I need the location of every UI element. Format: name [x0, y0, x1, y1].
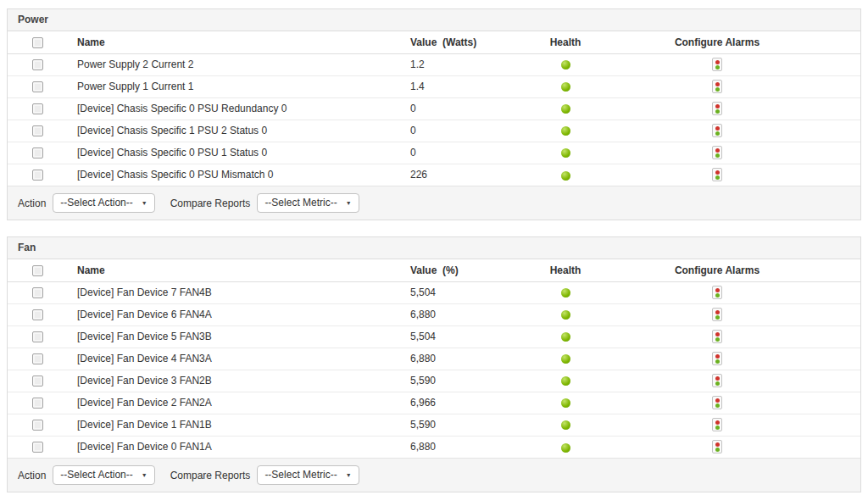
health-cell [485, 75, 646, 97]
compare-metric-select[interactable]: --Select Metric-- ▼ [257, 465, 359, 485]
configure-alarms-icon[interactable] [712, 352, 722, 365]
alarms-cell [646, 281, 788, 303]
configure-alarms-icon[interactable] [712, 286, 722, 299]
health-ok-icon [561, 288, 570, 298]
row-checkbox[interactable] [32, 331, 43, 342]
column-header-configure-alarms: Configure Alarms [646, 31, 788, 53]
row-checkbox[interactable] [32, 309, 43, 320]
row-checkbox[interactable] [32, 59, 43, 70]
metric-name: [Device] Fan Device 2 FAN2A [67, 392, 400, 414]
table-row: [Device] Fan Device 6 FAN4A 6,880 [8, 303, 860, 325]
table-row: [Device] Fan Device 1 FAN1B 5,590 [8, 414, 860, 436]
row-checkbox[interactable] [32, 287, 43, 298]
health-cell [485, 325, 646, 348]
alarm-green-dot [715, 403, 720, 408]
row-checkbox[interactable] [32, 420, 43, 431]
alarm-red-dot [715, 170, 720, 175]
alarm-red-dot [715, 288, 720, 292]
configure-alarms-icon[interactable] [712, 168, 722, 181]
health-cell [485, 142, 646, 164]
spacer-cell [788, 303, 860, 325]
metric-value: 6,880 [400, 436, 485, 458]
compare-reports-label: Compare Reports [170, 197, 251, 209]
row-checkbox-cell [8, 142, 67, 164]
select-all-checkbox[interactable] [32, 37, 43, 48]
row-checkbox-cell [8, 303, 67, 325]
action-select-value: --Select Action-- [60, 197, 132, 209]
row-checkbox-cell [8, 281, 67, 303]
row-checkbox[interactable] [32, 442, 43, 453]
table-header-row: Name Value (%) Health Configure Alarms [8, 259, 860, 281]
row-checkbox-cell [8, 164, 67, 186]
table-row: [Device] Fan Device 3 FAN2B 5,590 [8, 370, 860, 392]
configure-alarms-icon[interactable] [712, 58, 722, 71]
panel-footer: Action --Select Action-- ▼ Compare Repor… [8, 186, 860, 220]
configure-alarms-icon[interactable] [712, 396, 722, 409]
row-checkbox[interactable] [32, 170, 43, 181]
row-checkbox[interactable] [32, 375, 43, 387]
compare-metric-select[interactable]: --Select Metric-- ▼ [257, 193, 359, 213]
configure-alarms-icon[interactable] [712, 330, 722, 343]
spacer-cell [788, 142, 860, 164]
configure-alarms-icon[interactable] [712, 102, 722, 115]
action-select[interactable]: --Select Action-- ▼ [53, 193, 154, 213]
row-checkbox[interactable] [32, 147, 43, 159]
alarm-green-dot [715, 293, 720, 298]
column-header-name: Name [67, 31, 400, 53]
configure-alarms-icon[interactable] [712, 440, 722, 453]
metric-name: [Device] Fan Device 1 FAN1B [67, 414, 400, 436]
metric-panel: Power Name Value (Watts) Health Configur… [7, 8, 861, 220]
table-row: [Device] Chasis Specific 1 PSU 2 Status … [8, 120, 860, 142]
table-row: [Device] Fan Device 7 FAN4B 5,504 [8, 281, 860, 303]
row-checkbox[interactable] [32, 125, 43, 136]
chevron-down-icon: ▼ [346, 472, 352, 478]
configure-alarms-icon[interactable] [712, 418, 722, 431]
health-ok-icon [561, 354, 570, 364]
health-ok-icon [561, 398, 570, 408]
select-all-column-header [8, 31, 67, 53]
spacer-cell [788, 325, 860, 348]
health-ok-icon [561, 310, 570, 320]
panel-title: Power [18, 14, 48, 25]
health-ok-icon [561, 82, 570, 92]
metric-value: 6,880 [400, 348, 485, 370]
alarm-green-dot [715, 359, 720, 364]
alarm-red-dot [715, 442, 720, 447]
column-header-configure-alarms: Configure Alarms [646, 259, 788, 281]
health-ok-icon [561, 148, 570, 158]
metric-name: Power Supply 2 Current 2 [67, 53, 400, 75]
configure-alarms-icon[interactable] [712, 124, 722, 137]
row-checkbox[interactable] [32, 398, 43, 409]
health-ok-icon [561, 443, 570, 453]
metric-value: 1.2 [400, 53, 485, 75]
metric-value: 5,504 [400, 281, 485, 303]
metric-panel: Fan Name Value (%) Health Configure Alar… [7, 236, 861, 492]
row-checkbox[interactable] [32, 353, 43, 364]
alarm-red-dot [715, 398, 720, 403]
metric-table: Name Value (Watts) Health Configure Alar… [8, 31, 860, 186]
metric-value: 6,880 [400, 303, 485, 325]
health-ok-icon [561, 420, 570, 430]
chevron-down-icon: ▼ [142, 200, 147, 206]
configure-alarms-icon[interactable] [712, 80, 722, 93]
configure-alarms-icon[interactable] [712, 308, 722, 321]
panels-container: Power Name Value (Watts) Health Configur… [7, 8, 861, 492]
alarm-green-dot [715, 131, 720, 136]
metric-value: 226 [400, 164, 485, 186]
alarm-red-dot [715, 310, 720, 314]
alarms-cell [646, 75, 788, 97]
row-checkbox[interactable] [32, 103, 43, 114]
select-all-checkbox[interactable] [32, 265, 43, 276]
metric-name: [Device] Fan Device 4 FAN3A [67, 348, 400, 370]
table-row: [Device] Chasis Specific 0 PSU 1 Status … [8, 142, 860, 164]
row-checkbox[interactable] [32, 81, 43, 92]
row-checkbox-cell [8, 53, 67, 75]
spacer-cell [788, 348, 860, 370]
metric-name: [Device] Chasis Specific 0 PSU Mismatch … [67, 164, 400, 186]
metric-name: [Device] Chasis Specific 1 PSU 2 Status … [67, 120, 400, 142]
configure-alarms-icon[interactable] [712, 146, 722, 159]
alarms-cell [646, 142, 788, 164]
row-checkbox-cell [8, 97, 67, 120]
configure-alarms-icon[interactable] [712, 374, 722, 387]
action-select[interactable]: --Select Action-- ▼ [53, 465, 154, 485]
